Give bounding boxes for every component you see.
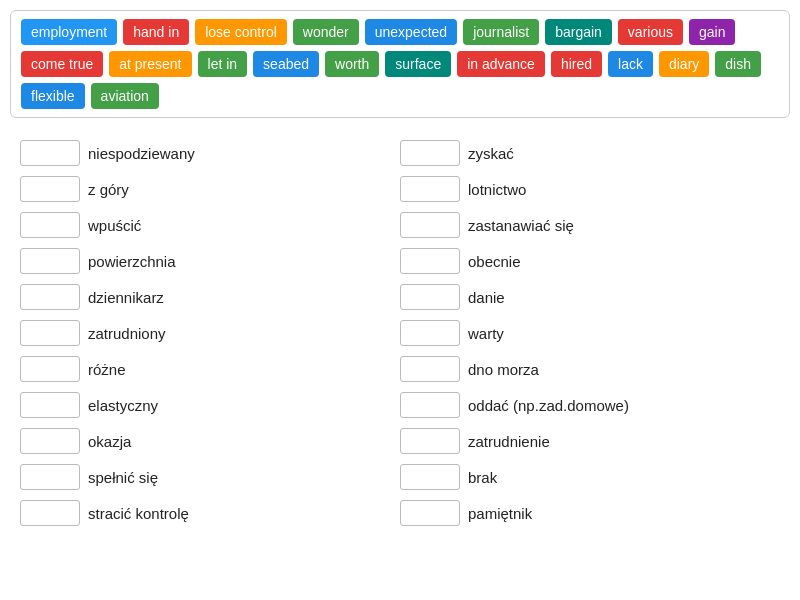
right-answer-input-2[interactable] <box>400 212 460 238</box>
right-answer-input-0[interactable] <box>400 140 460 166</box>
word-chip-employment[interactable]: employment <box>21 19 117 45</box>
right-pair-row: zastanawiać się <box>400 208 780 242</box>
right-answer-input-10[interactable] <box>400 500 460 526</box>
right-answer-input-1[interactable] <box>400 176 460 202</box>
word-chip-diary[interactable]: diary <box>659 51 709 77</box>
right-pair-row: brak <box>400 460 780 494</box>
left-pair-row: zatrudniony <box>20 316 400 350</box>
right-pair-row: dno morza <box>400 352 780 386</box>
word-chip-wonder[interactable]: wonder <box>293 19 359 45</box>
word-chip-at_present[interactable]: at present <box>109 51 191 77</box>
word-chip-hand_in[interactable]: hand in <box>123 19 189 45</box>
left-answer-input-1[interactable] <box>20 176 80 202</box>
left-answer-input-2[interactable] <box>20 212 80 238</box>
word-chip-unexpected[interactable]: unexpected <box>365 19 457 45</box>
left-pair-row: niespodziewany <box>20 136 400 170</box>
right-pair-label: obecnie <box>468 253 521 270</box>
left-pair-label: spełnić się <box>88 469 158 486</box>
right-pair-row: zatrudnienie <box>400 424 780 458</box>
left-answer-input-6[interactable] <box>20 356 80 382</box>
right-pair-label: zatrudnienie <box>468 433 550 450</box>
right-pair-row: lotnictwo <box>400 172 780 206</box>
left-answer-input-10[interactable] <box>20 500 80 526</box>
left-answer-input-4[interactable] <box>20 284 80 310</box>
right-answer-input-9[interactable] <box>400 464 460 490</box>
left-pair-row: różne <box>20 352 400 386</box>
word-chip-surface[interactable]: surface <box>385 51 451 77</box>
right-answer-input-5[interactable] <box>400 320 460 346</box>
left-pair-row: dziennikarz <box>20 280 400 314</box>
word-chip-in_advance[interactable]: in advance <box>457 51 545 77</box>
left-column: niespodziewanyz górywpuścićpowierzchniad… <box>20 136 400 530</box>
left-answer-input-8[interactable] <box>20 428 80 454</box>
left-pair-label: stracić kontrolę <box>88 505 189 522</box>
right-answer-input-8[interactable] <box>400 428 460 454</box>
left-answer-input-5[interactable] <box>20 320 80 346</box>
left-answer-input-0[interactable] <box>20 140 80 166</box>
word-chip-dish[interactable]: dish <box>715 51 761 77</box>
word-chip-worth[interactable]: worth <box>325 51 379 77</box>
word-chip-aviation[interactable]: aviation <box>91 83 159 109</box>
word-bank: employmenthand inlose controlwonderunexp… <box>10 10 790 118</box>
left-pair-row: spełnić się <box>20 460 400 494</box>
left-pair-label: powierzchnia <box>88 253 176 270</box>
right-pair-row: danie <box>400 280 780 314</box>
right-pair-row: zyskać <box>400 136 780 170</box>
word-chip-lose_control[interactable]: lose control <box>195 19 287 45</box>
right-pair-row: oddać (np.zad.domowe) <box>400 388 780 422</box>
left-pair-label: elastyczny <box>88 397 158 414</box>
right-pair-label: lotnictwo <box>468 181 526 198</box>
right-pair-row: obecnie <box>400 244 780 278</box>
left-pair-row: stracić kontrolę <box>20 496 400 530</box>
left-pair-label: okazja <box>88 433 131 450</box>
right-pair-label: danie <box>468 289 505 306</box>
right-pair-label: brak <box>468 469 497 486</box>
right-column: zyskaćlotnictwozastanawiać sięobecniedan… <box>400 136 780 530</box>
left-pair-row: z góry <box>20 172 400 206</box>
word-chip-journalist[interactable]: journalist <box>463 19 539 45</box>
right-pair-label: oddać (np.zad.domowe) <box>468 397 629 414</box>
right-pair-row: pamiętnik <box>400 496 780 530</box>
right-pair-label: zastanawiać się <box>468 217 574 234</box>
right-pair-label: zyskać <box>468 145 514 162</box>
left-pair-label: dziennikarz <box>88 289 164 306</box>
right-answer-input-3[interactable] <box>400 248 460 274</box>
word-chip-bargain[interactable]: bargain <box>545 19 612 45</box>
right-pair-label: pamiętnik <box>468 505 532 522</box>
word-chip-various[interactable]: various <box>618 19 683 45</box>
left-pair-row: powierzchnia <box>20 244 400 278</box>
word-chip-flexible[interactable]: flexible <box>21 83 85 109</box>
word-chip-come_true[interactable]: come true <box>21 51 103 77</box>
right-answer-input-7[interactable] <box>400 392 460 418</box>
word-chip-gain[interactable]: gain <box>689 19 735 45</box>
word-chip-lack[interactable]: lack <box>608 51 653 77</box>
left-pair-row: wpuścić <box>20 208 400 242</box>
right-pair-row: warty <box>400 316 780 350</box>
left-pair-row: elastyczny <box>20 388 400 422</box>
right-answer-input-4[interactable] <box>400 284 460 310</box>
left-pair-label: zatrudniony <box>88 325 166 342</box>
left-answer-input-9[interactable] <box>20 464 80 490</box>
pairs-container: niespodziewanyz górywpuścićpowierzchniad… <box>10 136 790 530</box>
right-pair-label: dno morza <box>468 361 539 378</box>
left-answer-input-3[interactable] <box>20 248 80 274</box>
left-pair-label: różne <box>88 361 126 378</box>
left-pair-label: z góry <box>88 181 129 198</box>
right-pair-label: warty <box>468 325 504 342</box>
word-chip-let_in[interactable]: let in <box>198 51 248 77</box>
word-chip-hired[interactable]: hired <box>551 51 602 77</box>
right-answer-input-6[interactable] <box>400 356 460 382</box>
left-pair-label: wpuścić <box>88 217 141 234</box>
word-chip-seabed[interactable]: seabed <box>253 51 319 77</box>
left-pair-row: okazja <box>20 424 400 458</box>
left-pair-label: niespodziewany <box>88 145 195 162</box>
left-answer-input-7[interactable] <box>20 392 80 418</box>
